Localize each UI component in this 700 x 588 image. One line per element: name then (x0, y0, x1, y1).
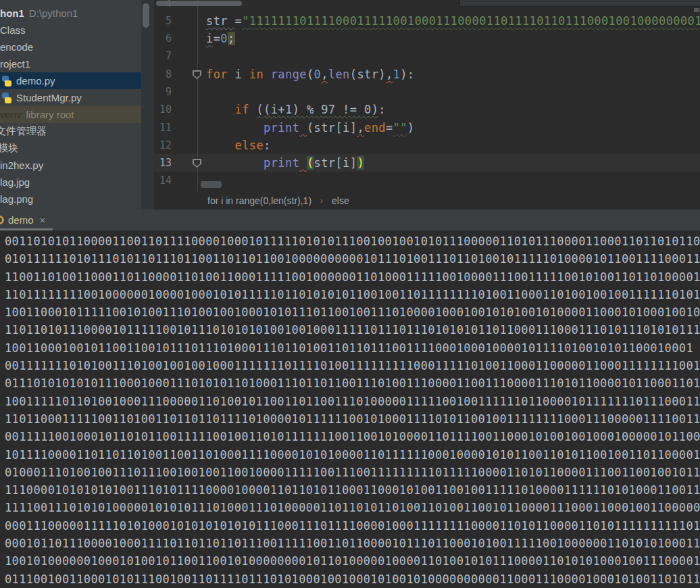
bookmark-icon[interactable] (193, 159, 201, 168)
tree-item-lag.png[interactable]: lag.png (0, 191, 141, 207)
line-number: 6 (154, 30, 172, 47)
editor-line-6[interactable]: 6i=0; (154, 30, 700, 47)
console-binary-row: 0101111110101110101101110110011011011001… (5, 250, 700, 268)
console-output[interactable]: 0011010101100001100110111100001000101111… (0, 230, 700, 588)
tree-item--[interactable]: 模块 (0, 140, 141, 157)
line-number: 11 (154, 119, 172, 137)
tree-item-label: encode (0, 41, 33, 53)
console-binary-row: 1111001110101010000010101011101000111010… (5, 499, 700, 516)
tree-item-label: lag.png (0, 193, 33, 205)
console-binary-row: 1001010000001000101001011001100101000000… (5, 552, 700, 570)
line-number: 4 (154, 0, 172, 12)
line-number: 13 (154, 154, 172, 172)
line-number: 14 (154, 172, 172, 189)
console-binary-row: 1011110000110110110100110011010001111000… (5, 446, 700, 464)
editor-line-13[interactable]: 13 print (str[i]) (154, 154, 700, 172)
line-number: 5 (154, 12, 172, 30)
tree-item-roject1[interactable]: roject1 (0, 55, 141, 72)
editor-line-8[interactable]: 8for i in range(0,len(str),1): (154, 66, 700, 83)
tree-item--[interactable]: 文件管理器 (0, 123, 141, 140)
tree-item-label: venv (0, 109, 22, 120)
code-text: print (str[i],end="") (206, 119, 414, 137)
tree-item-hon1[interactable]: hon1D:\python1 (0, 5, 141, 22)
code-text: str ="1111111011110001111100100011100001… (206, 12, 700, 30)
editor-line-5[interactable]: 5str ="111111101111000111110010001110000… (154, 12, 700, 30)
console-binary-row: 1101101011100001011111001011101010101001… (5, 321, 700, 339)
tree-item-Class[interactable]: Class (0, 22, 141, 39)
tree-item-in2hex.py[interactable]: in2hex.py (0, 157, 141, 174)
line-number: 10 (154, 101, 172, 118)
editor-line-10[interactable]: 10 if ((i+1) % 97 != 0): (154, 101, 700, 118)
console-binary-row: 1001100010111110010100111010010010001010… (5, 303, 700, 321)
code-text: if ((i+1) % 97 != 0): (206, 101, 386, 118)
console-binary-row: 1101100011111001101001101101101111010000… (5, 410, 700, 428)
console-binary-row: 0011111110101001110100100100100011111110… (5, 357, 700, 374)
tab-demo[interactable]: demo × (0, 210, 55, 230)
console-binary-row: 1001111101101001000111000001101001011001… (5, 393, 700, 410)
line-number: 12 (154, 137, 172, 154)
line-number: 7 (154, 47, 172, 65)
console-binary-row: 1101111111100100000010000100010101111101… (5, 286, 700, 303)
editor-line-14[interactable]: 14 (154, 172, 700, 189)
tree-item-venv[interactable]: venvlibrary root (0, 106, 141, 123)
breadcrumb: for i in range(0,len(str),1)›else (154, 191, 700, 210)
code-text: else: (206, 137, 271, 154)
code-text: print (str[i]) (206, 154, 364, 172)
code-text: for i in range(0,len(str),1): (206, 66, 415, 83)
console-binary-row: 1110000101010101001110101111000010000110… (5, 481, 700, 499)
tree-item-label: hon1 (0, 7, 24, 19)
tree-item-label: 文件管理器 (0, 125, 47, 138)
tree-item-label: in2hex.py (0, 160, 43, 171)
python-file-icon (1, 76, 12, 87)
editor-hscrollbar-thumb[interactable] (201, 181, 222, 188)
tree-editor-divider (141, 0, 154, 210)
editor-line-9[interactable]: 9 (154, 83, 700, 101)
tree-item-label: 模块 (0, 142, 18, 155)
code-text: i=0; (206, 30, 235, 47)
editor-line-7[interactable]: 7 (154, 47, 700, 65)
console-binary-row: 1100110100110001101100001101001100011111… (5, 268, 700, 286)
ide-window: hon1D:\python1Classencoderoject1demo.pyS… (0, 0, 700, 588)
tree-item-label: demo.py (16, 75, 55, 87)
breadcrumb-item[interactable]: else (332, 195, 349, 206)
console-binary-row: 0001110000011111010100010101010101011100… (5, 517, 700, 535)
console-binary-row: 0100011101001001110111001001001100100001… (5, 464, 700, 481)
tree-item-label: roject1 (0, 58, 30, 70)
breadcrumb-item[interactable]: for i in range(0,len(str),1) (207, 195, 311, 206)
run-tool-tabbar: demo × (0, 210, 700, 230)
tab-label: demo (8, 214, 34, 226)
line-number: 9 (154, 83, 172, 101)
editor-pane[interactable]: 45str ="11111110111100011111001000111000… (154, 0, 700, 210)
tree-item-suffix: D:\python1 (29, 7, 78, 19)
run-console-icon (0, 216, 4, 224)
breadcrumb-separator-icon: › (320, 196, 323, 205)
tree-scrollbar-thumb[interactable] (143, 3, 149, 28)
editor-line-11[interactable]: 11 print (str[i],end="") (154, 119, 700, 137)
console-binary-row: 0011010101100001100110111100001000101111… (5, 232, 700, 250)
editor-line-12[interactable]: 12 else: (154, 137, 700, 154)
python-file-icon (1, 93, 12, 103)
console-binary-row: 0111001001100010101110010011011110111010… (5, 570, 700, 588)
editor-line-4[interactable]: 4 (154, 0, 700, 12)
project-tree[interactable]: hon1D:\python1Classencoderoject1demo.pyS… (0, 0, 141, 210)
line-number: 8 (154, 66, 172, 83)
fold-marker-icon[interactable] (193, 70, 201, 79)
editor-vscrollbar-thumb[interactable] (694, 8, 699, 12)
tree-item-label: Class (0, 24, 26, 36)
tree-item-lag.jpg[interactable]: lag.jpg (0, 174, 141, 191)
tree-item-encode[interactable]: encode (0, 39, 141, 55)
console-binary-row: 0011111001000101101011001111100100110101… (5, 428, 700, 445)
tree-item-demo.py[interactable]: demo.py (0, 72, 141, 89)
tree-item-StudentMgr.py[interactable]: StudentMgr.py (0, 89, 141, 106)
console-binary-row: 0001011011100001000111101101101101110011… (5, 535, 700, 552)
console-binary-row: 1001100010010110011001011101110100011101… (5, 339, 700, 357)
tree-item-label: lag.jpg (0, 176, 30, 188)
console-binary-row: 0111010101010111000100011101010110100011… (5, 374, 700, 392)
close-icon[interactable]: × (40, 214, 46, 226)
tree-item-suffix: library root (26, 109, 74, 120)
tree-item-label: StudentMgr.py (16, 92, 82, 103)
